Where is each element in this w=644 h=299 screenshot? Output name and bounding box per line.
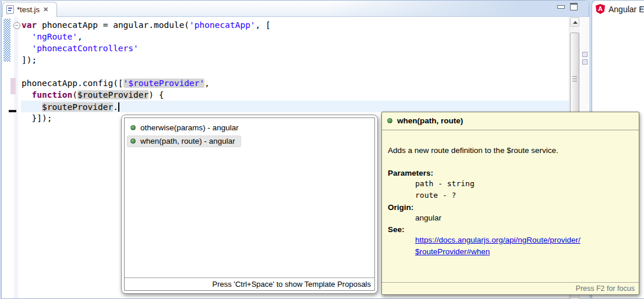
code-token: function xyxy=(31,90,72,99)
code-line[interactable]: $routeProvider. xyxy=(22,101,565,112)
completion-item[interactable]: when(path, route) - angular xyxy=(125,134,374,148)
code-token: phonecatApp = angular.module( xyxy=(37,20,189,30)
completion-item-chip: otherwise(params) - angular xyxy=(127,122,245,134)
code-token: 'ngRoute' xyxy=(31,32,77,41)
proposal-label: when(path, route) - angular xyxy=(140,137,235,145)
js-file-icon xyxy=(6,5,14,14)
javadoc-hover-popup: when(path, route) Adds a new route defin… xyxy=(381,112,639,295)
code-token xyxy=(22,90,31,99)
code-line[interactable] xyxy=(22,66,565,77)
minimize-icon[interactable] xyxy=(557,5,565,9)
code-token: , [ xyxy=(256,20,271,30)
proposal-list: otherwise(params) - angularwhen(path, ro… xyxy=(125,118,374,277)
code-token: 'phonecatApp' xyxy=(189,20,256,30)
fold-collapse-icon[interactable]: − xyxy=(13,22,20,29)
content-assist-inner: otherwise(params) - angularwhen(path, ro… xyxy=(124,118,375,291)
code-token: phonecatApp.config([ xyxy=(22,79,123,88)
doc-origin-label: Origin: xyxy=(388,202,633,212)
doc-parameter: path - string xyxy=(415,178,639,190)
proposal-bullet-icon xyxy=(130,138,136,144)
scrollbar-grip xyxy=(572,76,577,82)
code-line[interactable]: ]); xyxy=(22,54,565,66)
text-caret xyxy=(118,102,119,112)
proposal-bullet-icon xyxy=(130,125,136,130)
proposal-label: otherwise(params) - angular xyxy=(140,123,239,132)
range-indicator xyxy=(3,19,10,62)
code-token: 'phonecatControllers' xyxy=(31,44,138,53)
code-token: }]); xyxy=(22,113,52,123)
doc-status: Press F2 for focus xyxy=(382,282,639,294)
occurrence-marker[interactable] xyxy=(582,59,588,65)
ruler-dash-marker xyxy=(9,110,16,112)
doc-title: when(path, route) xyxy=(397,116,463,125)
code-area[interactable]: var phonecatApp = angular.module('phonec… xyxy=(22,19,565,124)
doc-link-line1[interactable]: https://docs.angularjs.org/api/ngRoute/p… xyxy=(415,234,639,246)
code-token: ( xyxy=(72,90,77,99)
code-line[interactable]: phonecatApp.config(['$routeProvider', xyxy=(22,77,565,89)
code-token: ) { xyxy=(148,90,164,99)
code-token xyxy=(22,102,42,112)
doc-parameter: route - ? xyxy=(415,190,639,201)
code-token: , xyxy=(77,32,83,41)
doc-origin-value: angular xyxy=(415,212,639,223)
code-token: $routeProvider xyxy=(42,102,113,112)
method-bullet-icon xyxy=(387,118,392,123)
folding-column xyxy=(14,17,18,298)
right-panel-title-text: Angular E xyxy=(608,5,644,14)
code-token xyxy=(22,32,31,41)
quickdiff-change-marker xyxy=(10,78,16,94)
code-token: . xyxy=(113,102,118,112)
completion-item-selected: when(path, route) - angular xyxy=(127,136,241,147)
code-token: '$routeProvider' xyxy=(123,79,205,88)
doc-parameters-label: Parameters: xyxy=(388,168,633,178)
occurrence-marker[interactable] xyxy=(582,52,588,57)
doc-see-label: See: xyxy=(388,225,633,234)
content-assist-status: Press 'Ctrl+Space' to show Template Prop… xyxy=(125,277,374,290)
tab-title: *test.js xyxy=(17,5,40,14)
maximize-icon[interactable] xyxy=(570,3,578,10)
angular-explorer-tab[interactable]: A Angular E xyxy=(592,1,644,14)
code-token: , xyxy=(204,79,210,88)
code-token: $routeProvider xyxy=(77,90,148,99)
code-token: ]); xyxy=(22,55,37,65)
code-token: var xyxy=(22,20,37,30)
editor-tab-strip: *test.js ✕ xyxy=(2,1,589,17)
angular-logo-icon: A xyxy=(596,4,605,14)
code-line[interactable]: 'phonecatControllers' xyxy=(22,42,565,54)
doc-link-line2[interactable]: $routeProvider#when xyxy=(415,246,639,258)
doc-description: Adds a new route definition to the $rout… xyxy=(388,145,633,155)
code-line[interactable]: var phonecatApp = angular.module('phonec… xyxy=(22,19,565,31)
doc-header: when(path, route) xyxy=(382,112,639,130)
content-assist-popup: otherwise(params) - angularwhen(path, ro… xyxy=(121,115,378,294)
eclipse-workbench: *test.js ✕ − var phonecatApp = angular.m… xyxy=(0,0,644,299)
completion-item[interactable]: otherwise(params) - angular xyxy=(125,121,374,134)
code-line[interactable]: 'ngRoute', xyxy=(22,31,565,42)
scroll-up-icon[interactable] xyxy=(570,17,579,27)
code-line[interactable]: function($routeProvider) { xyxy=(22,89,565,101)
close-icon[interactable]: ✕ xyxy=(43,6,48,13)
editor-tab-testjs[interactable]: *test.js ✕ xyxy=(2,2,57,17)
code-token xyxy=(22,44,31,53)
doc-body: Adds a new route definition to the $rout… xyxy=(382,130,639,258)
